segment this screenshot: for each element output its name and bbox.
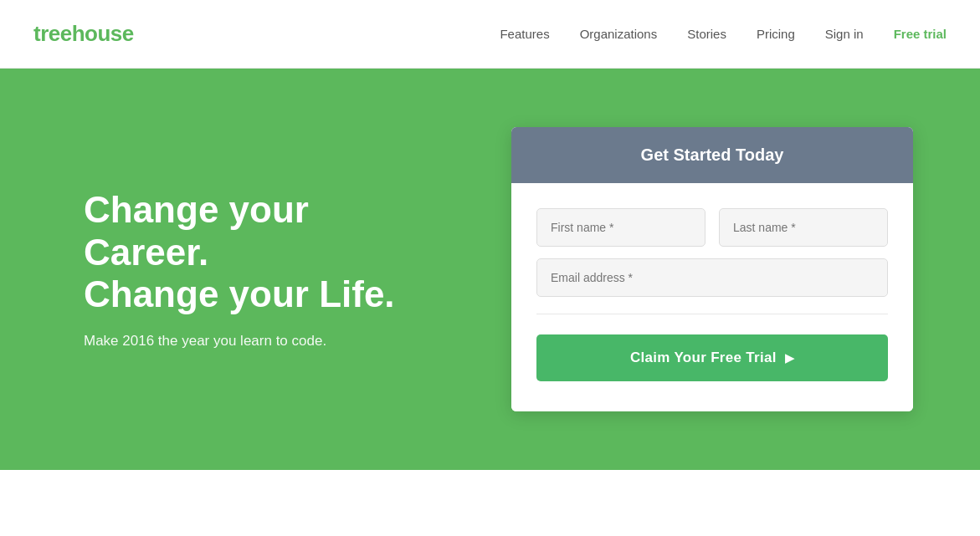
nav-link-free-trial[interactable]: Free trial: [894, 27, 947, 41]
nav-link-stories[interactable]: Stories: [687, 27, 726, 41]
hero-headline-line1: Change your Career.: [84, 189, 309, 273]
nav-item-stories[interactable]: Stories: [687, 27, 726, 42]
email-input[interactable]: [536, 258, 888, 297]
nav-links: Features Organizations Stories Pricing S…: [500, 27, 947, 42]
nav-item-organizations[interactable]: Organizations: [580, 27, 658, 42]
hero-subtext: Make 2016 the year you learn to code.: [84, 333, 435, 350]
last-name-input[interactable]: [719, 208, 888, 247]
claim-button-arrow: ▶: [785, 351, 794, 365]
nav-item-signin[interactable]: Sign in: [825, 27, 864, 42]
nav-link-pricing[interactable]: Pricing: [757, 27, 795, 41]
navbar: treehouse Features Organizations Stories…: [0, 0, 980, 69]
claim-button-label: Claim Your Free Trial: [630, 350, 777, 366]
card-body: Claim Your Free Trial ▶: [511, 183, 913, 411]
nav-item-features[interactable]: Features: [500, 27, 549, 42]
nav-item-pricing[interactable]: Pricing: [757, 27, 795, 42]
claim-trial-button[interactable]: Claim Your Free Trial ▶: [536, 334, 888, 381]
nav-item-free-trial[interactable]: Free trial: [894, 27, 947, 42]
hero-headline-line2: Change your Life.: [84, 273, 395, 314]
hero-text-block: Change your Career. Change your Life. Ma…: [84, 189, 435, 350]
signup-card: Get Started Today Claim Your Free Trial …: [511, 127, 913, 411]
nav-link-features[interactable]: Features: [500, 27, 549, 41]
card-header-title: Get Started Today: [536, 145, 888, 165]
site-logo[interactable]: treehouse: [33, 21, 134, 47]
hero-headline: Change your Career. Change your Life.: [84, 189, 435, 316]
nav-link-organizations[interactable]: Organizations: [580, 27, 658, 41]
form-divider: [536, 314, 888, 314]
nav-link-signin[interactable]: Sign in: [825, 27, 864, 41]
card-header: Get Started Today: [511, 127, 913, 183]
hero-section: Change your Career. Change your Life. Ma…: [0, 69, 980, 470]
name-row: [536, 208, 888, 247]
first-name-input[interactable]: [536, 208, 705, 247]
bottom-whitespace: [0, 470, 980, 536]
